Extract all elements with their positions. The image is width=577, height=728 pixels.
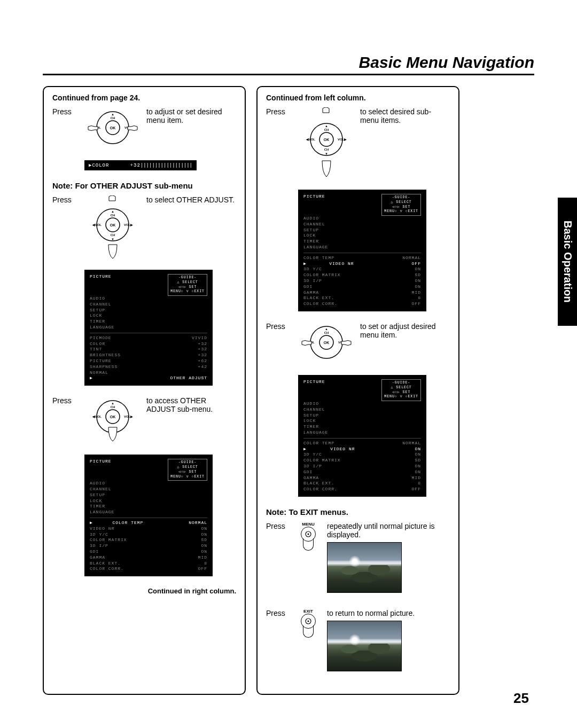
svg-text:CH: CH [324, 331, 329, 334]
svg-text:▼: ▼ [111, 238, 114, 241]
svg-text:OK: OK [110, 415, 116, 419]
svg-text:CH: CH [111, 214, 115, 217]
step-desc: repeatedly until normal picture is displ… [327, 522, 450, 539]
press-label: Press [266, 522, 290, 530]
exit-step-menu: Press MENU repeatedly until normal pictu… [266, 522, 450, 593]
press-label: Press [52, 107, 79, 116]
svg-text:▼: ▼ [325, 152, 328, 155]
remote-pad-vertical: OK ▲ CH CH ▼ ◀VOL VOL▶ [297, 107, 356, 181]
press-label: Press [266, 322, 293, 331]
continued-from-label: Continued from page 24. [52, 93, 236, 102]
svg-text:OK: OK [324, 138, 330, 142]
landscape-image [327, 542, 402, 593]
menu-button-icon [301, 527, 316, 542]
svg-text:▲: ▲ [111, 210, 114, 213]
landscape-image [327, 621, 402, 671]
remote-pad-ok: OK ▲ CH ◀VOL VOL▶ [83, 396, 142, 446]
press-label: Press [266, 107, 293, 116]
svg-text:VOL▶: VOL▶ [124, 223, 133, 226]
side-tab: Basic Operation [558, 198, 577, 326]
svg-text:OK: OK [110, 223, 116, 227]
svg-text:◀VOL: ◀VOL [92, 415, 102, 418]
svg-text:▲: ▲ [325, 327, 328, 331]
svg-text:VOL▶: VOL▶ [338, 138, 347, 141]
step-desc: to return to normal picture. [327, 609, 450, 617]
svg-text:VOL▶: VOL▶ [124, 415, 133, 418]
press-label: Press [52, 396, 79, 405]
step-access-submenu: Press OK ▲ CH ◀VOL VOL▶ to access OTHER … [52, 396, 236, 446]
svg-text:CH: CH [111, 116, 115, 120]
step-desc: to set or adjust desired menu item. [360, 322, 450, 339]
continued-right-label: Continued in right column. [52, 587, 236, 595]
right-column: Continued from left column. Press OK ▲ C… [256, 86, 459, 695]
remote-pad-horizontal: OK ▲ CH ◀VOL VOL▶ [83, 107, 142, 152]
svg-text:CH: CH [324, 148, 329, 151]
remote-pad-vertical: OK ▲ CH CH ▼ ◀VOL VOL▶ [83, 195, 142, 261]
svg-text:OK: OK [324, 341, 330, 345]
title-bar: Basic Menu Navigation [43, 53, 534, 75]
svg-text:▲: ▲ [111, 113, 114, 116]
svg-text:◀VOL: ◀VOL [92, 223, 102, 226]
svg-text:CH: CH [111, 405, 115, 409]
osd-submenu-set: PICTURE -GUIDE- △ SELECT ◁○▷ SET MENU○ ▽… [298, 375, 426, 497]
svg-point-40 [308, 534, 309, 535]
step-desc: to select OTHER ADJUST. [146, 195, 236, 204]
svg-text:CH: CH [324, 128, 329, 131]
menu-button-label: MENU [295, 522, 322, 527]
press-label: Press [52, 195, 79, 204]
left-column: Continued from page 24. Press OK ▲ CH ◀V… [43, 86, 246, 695]
svg-text:◀VOL: ◀VOL [306, 138, 316, 141]
note-other-adjust: Note: For OTHER ADJUST sub-menu [52, 181, 236, 190]
svg-point-42 [308, 621, 309, 622]
svg-text:▲: ▲ [325, 124, 328, 128]
remote-pad-horizontal: OK ▲ CH ◀VOL VOL▶ [297, 322, 356, 366]
step-desc: to select desired sub-menu items. [360, 107, 450, 124]
page-title: Basic Menu Navigation [43, 53, 534, 72]
osd-picture-menu: PICTURE -GUIDE- △ SELECT ◁○▷ SET MENU○ ▽… [84, 270, 213, 386]
step-adjust-item: Press OK ▲ CH ◀VOL VOL▶ to adjust or set… [52, 107, 236, 152]
exit-button-label: EXIT [295, 609, 322, 614]
exit-button-icon [301, 614, 316, 629]
exit-step-exit: Press EXIT to return to normal picture. [266, 609, 450, 671]
step-desc: to access OTHER ADJUST sub-menu. [146, 396, 236, 413]
step-select-submenu-item: Press OK ▲ CH CH ▼ ◀VOL VOL▶ to select d… [266, 107, 450, 181]
page-number: 25 [513, 690, 529, 707]
step-set-item: Press OK ▲ CH ◀VOL VOL▶ to set or adjust… [266, 322, 450, 366]
osd-color-bar: ▶COLOR +32|||||||||||||||||| [84, 160, 197, 170]
note-exit-menus: Note: To EXIT menus. [266, 507, 450, 516]
svg-text:OK: OK [110, 126, 116, 130]
osd-submenu-select: PICTURE -GUIDE- △ SELECT ◁○▷ SET MENU○ ▽… [298, 190, 426, 311]
osd-other-adjust: PICTURE -GUIDE- △ SELECT ◁○▷ SET MENU○ ▽… [84, 455, 213, 576]
press-label: Press [266, 609, 290, 617]
continued-from-left-label: Continued from left column. [266, 93, 450, 102]
svg-text:▲: ▲ [111, 402, 114, 405]
step-select-other: Press OK ▲ CH CH ▼ ◀VOL VOL▶ to select O… [52, 195, 236, 261]
step-desc: to adjust or set desired menu item. [146, 107, 236, 124]
svg-text:CH: CH [111, 233, 115, 237]
